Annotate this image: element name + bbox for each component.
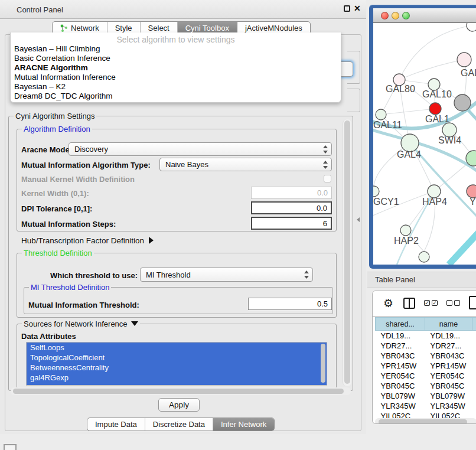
data-attributes-list[interactable]: SelfLoops TopologicalCoefficient Between… [26, 342, 327, 386]
node-hap4[interactable] [428, 185, 441, 198]
mi-threshold-field[interactable]: 0.5 [248, 298, 332, 310]
apply-button[interactable]: Apply [158, 398, 200, 412]
collapse-down-icon [131, 321, 138, 326]
tab-impute-data[interactable]: Impute Data [87, 418, 145, 431]
list-item[interactable]: SelfLoops [27, 343, 327, 353]
table-panel-title: Table Panel [375, 275, 415, 284]
sources-collapser[interactable]: Sources for Network Inference [22, 319, 140, 328]
group-legend: Cyni Algorithm Settings [14, 112, 96, 120]
algorithm-option[interactable]: Basic Correlation Inference [11, 54, 341, 63]
algorithm-option[interactable]: Bayesian – Hill Climbing [11, 44, 341, 54]
network-view-window: GAL GAL80 GAL10 GAL1 GAL11 SWI4 GAL4 GCY… [369, 5, 476, 269]
float-icon[interactable] [344, 5, 350, 12]
which-threshold-combo[interactable]: MI Threshold [140, 268, 313, 282]
node-gal[interactable] [457, 53, 471, 67]
node-label: GAL4 [397, 149, 421, 159]
aracne-mode-combo[interactable]: Discovery [69, 142, 332, 156]
table-row[interactable]: YDL19...YDL19...13 [376, 331, 476, 341]
node-gcy1[interactable] [373, 186, 379, 197]
select-all-checkboxes-icon[interactable]: ✓✓ [424, 300, 438, 306]
table-row[interactable]: YLR345WYLR345W9. [376, 401, 476, 411]
spinner-arrows-icon [304, 270, 309, 279]
group-legend: MI Threshold Definition [29, 283, 111, 292]
deselect-all-checkboxes-icon[interactable] [446, 300, 460, 306]
gear-icon[interactable]: ⚙ [383, 296, 393, 310]
network-tab-icon [60, 24, 68, 32]
mi-steps-label: Mutual Information Steps: [21, 220, 116, 229]
spinner-arrows-icon [322, 145, 328, 154]
which-threshold-label: Which threshold to use: [50, 271, 138, 280]
cyni-bottom-tabbar: Impute Data Discretize Data Infer Networ… [87, 418, 275, 431]
node-hap2[interactable] [400, 225, 411, 236]
column-header[interactable]: name [425, 318, 472, 331]
document-icon[interactable] [469, 296, 476, 309]
mi-threshold-label: Mutual Information Threshold: [28, 301, 139, 309]
split-pane-collapse-icon[interactable] [357, 217, 360, 222]
zoom-traffic-light-icon[interactable] [402, 12, 410, 19]
tab-discretize-data[interactable]: Discretize Data [145, 418, 213, 431]
node-partial[interactable] [419, 252, 429, 262]
network-window-titlebar[interactable] [373, 8, 476, 23]
hub-definition-expander[interactable]: Hub/Transcription Factor Definition [21, 236, 154, 245]
node-label: SWI4 [438, 135, 461, 145]
algorithm-option-selected[interactable]: ARACNE Algorithm [11, 63, 341, 73]
node-label: Y [470, 197, 476, 207]
node-label: GAL80 [386, 84, 415, 94]
table-toolbar: ⚙ ✓✓ [373, 291, 476, 317]
node-gal11[interactable] [376, 109, 386, 120]
expand-right-icon [149, 237, 154, 244]
corner-widget-icon[interactable] [4, 444, 17, 450]
mi-type-label: Mutual Information Algorithm Type: [21, 161, 151, 169]
table-horizontal-scrollbar[interactable] [375, 418, 476, 424]
node-label: GAL11 [373, 120, 402, 130]
list-scrollbar[interactable] [321, 344, 325, 383]
table-row[interactable]: YPR145WYPR145W9. [376, 361, 476, 371]
spinner-arrows-icon [322, 161, 328, 169]
close-traffic-light-icon[interactable] [381, 12, 389, 19]
settings-vertical-scrollbar[interactable] [343, 119, 351, 386]
node-label: GAL10 [422, 89, 452, 99]
settings-horizontal-scrollbar[interactable] [11, 387, 351, 395]
list-item-partial[interactable] [27, 383, 327, 386]
tab-label: Network [71, 24, 99, 32]
mi-steps-field[interactable]: 6 [251, 217, 332, 230]
table-row[interactable]: YBR043CYBR043C [376, 351, 476, 361]
data-attributes-label: Data Attributes [21, 332, 76, 341]
minimize-traffic-light-icon[interactable] [392, 12, 399, 19]
manual-kernel-label: Manual Kernel Width Definition [21, 175, 135, 184]
close-icon[interactable]: ✕ [354, 4, 361, 13]
node-gal1[interactable] [429, 103, 441, 115]
column-header[interactable]: A [472, 318, 476, 331]
list-item[interactable]: gal4RGexp [27, 373, 327, 383]
table-header-row: shared... name A [376, 318, 476, 331]
node-salmon[interactable] [467, 185, 476, 198]
algorithm-option[interactable]: Mutual Information Inference [11, 73, 341, 82]
mi-type-combo[interactable]: Naive Bayes [159, 158, 332, 171]
table-panel: ⚙ ✓✓ shared... name A YDL19...YDL19...13… [372, 291, 476, 424]
list-item[interactable]: BetweennessCentrality [27, 363, 327, 373]
node-gal10[interactable] [428, 79, 440, 90]
control-panel-window: Control Panel ✕ Network Style Select Cyn… [0, 0, 366, 434]
split-columns-icon[interactable] [403, 298, 415, 309]
table-row[interactable]: YER054CYER054C8. [376, 371, 476, 381]
list-item[interactable]: TopologicalCoefficient [27, 353, 327, 363]
kernel-width-label: Kernel Width (0,1): [21, 189, 89, 198]
dpi-tolerance-field[interactable]: 0.0 [251, 201, 332, 214]
node-label: GCY1 [373, 197, 399, 207]
node-gray[interactable] [454, 94, 471, 111]
algorithm-option[interactable]: Bayesian – K2 [11, 82, 341, 92]
table-row[interactable]: YBL079WYBL079W [376, 391, 476, 401]
aracne-mode-label: Aracne Mode: [21, 145, 72, 154]
node-label: GAL [461, 68, 476, 78]
table-row[interactable]: YBR045CYBR045C9. [376, 381, 476, 391]
network-canvas[interactable]: GAL GAL80 GAL10 GAL1 GAL11 SWI4 GAL4 GCY… [373, 23, 476, 265]
tab-infer-network[interactable]: Infer Network [213, 418, 274, 431]
node[interactable] [467, 23, 476, 31]
algorithm-option[interactable]: Dream8 DC_TDC Algorithm [11, 92, 341, 101]
kernel-width-field[interactable]: 0.0 [251, 187, 332, 199]
column-header[interactable]: shared... [376, 318, 425, 331]
table-row[interactable]: YDR27...YDR27...12 [376, 341, 476, 351]
group-legend: Threshold Definition [22, 249, 94, 257]
manual-kernel-checkbox[interactable] [324, 175, 331, 182]
dpi-tolerance-label: DPI Tolerance [0,1]: [21, 204, 92, 213]
